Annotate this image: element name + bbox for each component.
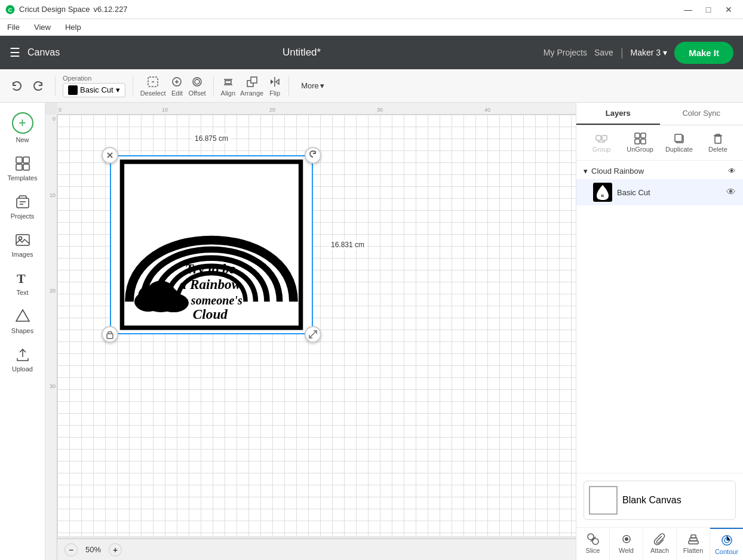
images-icon <box>14 232 31 248</box>
arrange-action[interactable]: Arrange <box>240 75 263 97</box>
zoom-out-button[interactable]: − <box>65 543 78 556</box>
canvas-area[interactable]: 0 10 20 30 40 0 10 20 30 16.875 cm 16.83… <box>45 103 576 560</box>
design-object-container[interactable]: 16.875 cm 16.831 cm <box>110 155 313 334</box>
zoom-value: 50% <box>82 545 104 554</box>
menu-view[interactable]: View <box>32 21 53 33</box>
more-label: More <box>301 81 319 90</box>
handle-resize[interactable] <box>305 326 321 343</box>
svg-rect-41 <box>107 334 113 339</box>
ruler-horizontal: 0 10 20 30 40 <box>57 103 576 115</box>
design-object-image[interactable]: Try to be a Rainbow in someone's Cloud <box>110 155 313 334</box>
panel-bottom-actions: Slice Weld Attach <box>576 527 743 560</box>
layer-group: ▾ Cloud Rainbow 👁 R Basic Cut 👁 <box>576 161 743 208</box>
svg-rect-10 <box>225 81 231 84</box>
my-projects-button[interactable]: My Projects <box>544 48 587 57</box>
lock-icon <box>105 330 115 339</box>
align-action[interactable]: Align <box>221 75 235 97</box>
save-button[interactable]: Save <box>594 48 613 57</box>
project-title[interactable]: Untitled* <box>60 47 544 59</box>
sidebar-item-text[interactable]: T Text <box>2 265 43 301</box>
layer-visibility-button[interactable]: 👁 <box>726 187 736 198</box>
maximize-button[interactable]: □ <box>699 1 718 18</box>
ungroup-icon <box>634 133 646 144</box>
weld-button[interactable]: Weld <box>610 528 643 560</box>
handle-delete[interactable] <box>102 147 118 164</box>
handle-rotate[interactable] <box>305 147 321 164</box>
make-it-button[interactable]: Make It <box>674 42 733 64</box>
delete-label: Delete <box>708 146 727 153</box>
attach-label: Attach <box>650 547 669 554</box>
sidebar-item-shapes-label: Shapes <box>11 327 33 334</box>
operation-section: Operation Basic Cut ▾ <box>63 75 125 97</box>
offset-label: Offset <box>188 90 205 97</box>
svg-rect-59 <box>691 535 696 538</box>
sidebar-item-templates[interactable]: Templates <box>2 150 43 186</box>
more-button[interactable]: More ▾ <box>296 79 329 93</box>
svg-rect-50 <box>715 136 721 143</box>
svg-text:a Rainbow: a Rainbow <box>180 276 241 292</box>
svg-rect-43 <box>602 136 607 140</box>
layer-group-header[interactable]: ▾ Cloud Rainbow 👁 <box>576 163 743 179</box>
contour-button[interactable]: Contour <box>710 528 743 560</box>
flatten-button[interactable]: Flatten <box>677 528 710 560</box>
attach-button[interactable]: Attach <box>643 528 677 560</box>
weld-label: Weld <box>619 547 634 554</box>
sidebar-item-upload-label: Upload <box>12 365 33 373</box>
arrange-label: Arrange <box>240 90 263 97</box>
tab-layers[interactable]: Layers <box>576 103 660 125</box>
offset-action[interactable]: Offset <box>188 75 205 97</box>
sidebar-item-upload[interactable]: Upload <box>2 341 43 377</box>
svg-marker-16 <box>276 79 279 84</box>
close-button[interactable]: ✕ <box>719 1 738 18</box>
edit-icon <box>170 75 183 88</box>
deselect-action[interactable]: Deselect <box>140 75 166 97</box>
svg-rect-42 <box>596 136 601 140</box>
upload-icon <box>14 346 31 363</box>
resize-icon <box>308 330 318 339</box>
blank-canvas-button[interactable]: Blank Canvas <box>584 481 736 520</box>
ungroup-button[interactable]: UnGroup <box>622 130 658 155</box>
duplicate-icon <box>673 133 685 144</box>
deselect-icon <box>146 75 159 88</box>
edit-action[interactable]: Edit <box>170 75 183 97</box>
sidebar-item-shapes[interactable]: Shapes <box>2 303 43 339</box>
hamburger-menu-button[interactable]: ☰ <box>10 45 20 60</box>
svg-text:Cloud: Cloud <box>193 306 228 322</box>
flatten-icon <box>687 533 700 546</box>
shapes-icon <box>14 308 31 325</box>
tab-color-sync[interactable]: Color Sync <box>660 103 744 125</box>
svg-rect-20 <box>23 164 29 170</box>
svg-point-34 <box>138 286 161 305</box>
duplicate-button[interactable]: Duplicate <box>661 130 698 155</box>
group-button[interactable]: Group <box>584 130 619 155</box>
machine-selector[interactable]: Maker 3 ▾ <box>631 48 668 57</box>
operation-dropdown[interactable]: Basic Cut ▾ <box>63 83 125 97</box>
color-swatch[interactable] <box>68 85 78 95</box>
toolbar: Operation Basic Cut ▾ Deselect Edit Offs… <box>0 69 743 103</box>
title-bar: C Cricut Design Space v6.12.227 — □ ✕ <box>0 0 743 19</box>
group-icon <box>595 133 607 144</box>
templates-icon <box>14 155 31 172</box>
minimize-button[interactable]: — <box>678 1 698 18</box>
slice-button[interactable]: Slice <box>576 528 610 560</box>
sidebar-item-projects[interactable]: Projects <box>2 189 43 224</box>
handle-lock[interactable] <box>102 326 118 343</box>
contour-label: Contour <box>715 548 738 555</box>
flip-action[interactable]: Flip <box>268 75 281 97</box>
undo-button[interactable] <box>7 78 26 94</box>
svg-rect-13 <box>251 77 257 83</box>
sidebar-item-images[interactable]: Images <box>2 227 43 263</box>
svg-point-56 <box>625 537 628 541</box>
svg-rect-46 <box>635 139 640 144</box>
sidebar-item-new[interactable]: + New <box>2 107 43 148</box>
layer-item[interactable]: R Basic Cut 👁 <box>576 179 743 205</box>
collapse-icon: ▾ <box>584 167 588 176</box>
delete-button[interactable]: Delete <box>700 130 736 155</box>
redo-button[interactable] <box>29 78 48 94</box>
menu-help[interactable]: Help <box>63 21 84 33</box>
flatten-label: Flatten <box>683 547 704 554</box>
visibility-icon[interactable]: 👁 <box>728 167 736 176</box>
arrange-icon <box>245 75 259 88</box>
menu-file[interactable]: File <box>5 21 22 33</box>
zoom-in-button[interactable]: + <box>109 543 122 556</box>
